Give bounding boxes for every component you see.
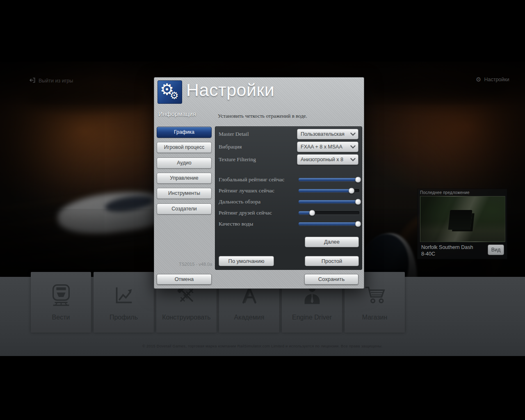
promo-panel: Последнее предложение Norfolk Southern D… [417, 189, 507, 259]
slider-thumb[interactable] [355, 177, 361, 183]
view-distance-slider[interactable] [299, 200, 359, 203]
dropdown-value: Пользовательская [297, 131, 347, 137]
slider-thumb[interactable] [355, 221, 361, 227]
section-label: Информация [158, 110, 196, 117]
chart-icon [94, 283, 154, 309]
slider-fill [299, 200, 358, 203]
dropdown-value: FXAA + 8 x MSAA [297, 144, 347, 150]
setting-row-master-detail: Master Detail Пользовательская [219, 129, 359, 139]
slider-row-water-quality: Качество воды [219, 219, 359, 229]
cancel-button[interactable]: Отмена [157, 274, 212, 285]
slider-fill [299, 222, 358, 226]
nav-tile-profile[interactable]: Профиль [94, 272, 154, 333]
master-detail-dropdown[interactable]: Пользовательская [297, 129, 358, 139]
top-rating-slider[interactable] [299, 189, 359, 192]
dialog-title: Настройки [186, 80, 274, 100]
slider-label: Дальность обзора [219, 199, 260, 205]
chevron-down-icon [347, 130, 358, 138]
chevron-down-icon [347, 143, 358, 151]
slider-thumb[interactable] [355, 199, 361, 205]
setting-row-texture-filtering: Texture Filtering Анизотропный x 8 [219, 154, 359, 165]
slider-thumb[interactable] [309, 210, 315, 216]
promo-image[interactable] [420, 196, 505, 242]
antialiasing-dropdown[interactable]: FXAA + 8 x MSAA [297, 142, 358, 152]
chevron-down-icon [347, 156, 358, 163]
nav-label: Магазин [345, 314, 405, 321]
promo-dim-overlay [420, 196, 505, 242]
next-button[interactable]: Далее [305, 237, 359, 247]
texture-filtering-dropdown[interactable]: Анизотропный x 8 [297, 154, 358, 165]
settings-dialog: ⚙ ⚙ Настройки Информация Установить четк… [154, 77, 364, 289]
slider-row-global-rating: Глобальный рейтинг сейчас [219, 174, 359, 185]
global-rating-slider[interactable] [299, 178, 359, 181]
slider-fill [299, 178, 358, 181]
exit-icon [29, 77, 36, 85]
gear-icon: ⚙ [476, 76, 481, 82]
sidebar-item-controls[interactable]: Управление [157, 173, 212, 184]
nav-label: Вести [31, 314, 91, 321]
nav-label: Engine Driver [282, 314, 342, 321]
promo-header: Последнее предложение [418, 189, 507, 196]
setting-row-antialiasing: Вибрация FXAA + 8 x MSAA [219, 142, 359, 152]
defaults-button[interactable]: По умолчанию [219, 256, 274, 266]
slider-fill [299, 189, 352, 192]
settings-gears-icon: ⚙ ⚙ [158, 80, 182, 104]
setting-description: Установить четкость отражений в воде. [218, 113, 307, 119]
simple-button[interactable]: Простой [305, 256, 359, 266]
slider-row-top-rating: Рейтинг лучших сейчас [219, 185, 359, 196]
promo-title-line2: 8-40C [421, 251, 487, 257]
exit-label: Выйти из игры [39, 78, 73, 84]
exit-game-link[interactable]: Выйти из игры [29, 77, 73, 85]
view-button[interactable]: Вид [488, 244, 504, 255]
setting-label: Вибрация [219, 144, 242, 150]
slider-row-friends-rating: Рейтинг друзей сейчас [219, 208, 359, 218]
setting-label: Master Detail [219, 131, 249, 137]
promo-title: Norfolk Southern Dash 8-40C [421, 244, 487, 257]
nav-label: Профиль [94, 314, 154, 321]
slider-label: Рейтинг друзей сейчас [219, 210, 272, 216]
slider-label: Глобальный рейтинг сейчас [219, 176, 284, 183]
friends-rating-slider[interactable] [299, 211, 359, 215]
nav-label: Конструировать [156, 314, 217, 321]
nav-tile-drive[interactable]: Вести [31, 272, 91, 333]
train-icon [31, 283, 91, 309]
gear-icon: ⚙ [170, 90, 179, 101]
copyright-text: © 2015 Dovetail Games, торговая марка ко… [0, 344, 525, 348]
water-quality-slider[interactable] [299, 222, 359, 226]
sidebar-item-audio[interactable]: Аудио [157, 158, 212, 169]
slider-label: Качество воды [219, 221, 253, 227]
promo-title-line1: Norfolk Southern Dash [421, 244, 487, 251]
dropdown-value: Анизотропный x 8 [297, 157, 347, 162]
nav-label: Академия [219, 314, 279, 321]
slider-label: Рейтинг лучших сейчас [219, 187, 274, 194]
slider-row-view-distance: Дальность обзора [219, 196, 359, 207]
version-text: TS2015 - v48.0a [179, 262, 212, 267]
setting-label: Texture Filtering [219, 156, 256, 163]
settings-link[interactable]: ⚙ Настройки [476, 76, 509, 82]
save-button[interactable]: Сохранить [304, 274, 358, 285]
sidebar-item-credits[interactable]: Создатели [157, 203, 212, 215]
graphics-settings-panel: Master Detail Пользовательская Вибрация … [215, 126, 362, 270]
settings-link-label: Настройки [484, 77, 509, 82]
screen: DB Выйти из игры ⚙ Настройки Последнее п… [0, 0, 525, 420]
slider-thumb[interactable] [348, 188, 354, 194]
sidebar-item-graphics[interactable]: Графика [157, 127, 212, 138]
sidebar-item-tools[interactable]: Инструменты [157, 188, 212, 199]
sidebar-item-gameplay[interactable]: Игровой процесс [157, 142, 212, 153]
